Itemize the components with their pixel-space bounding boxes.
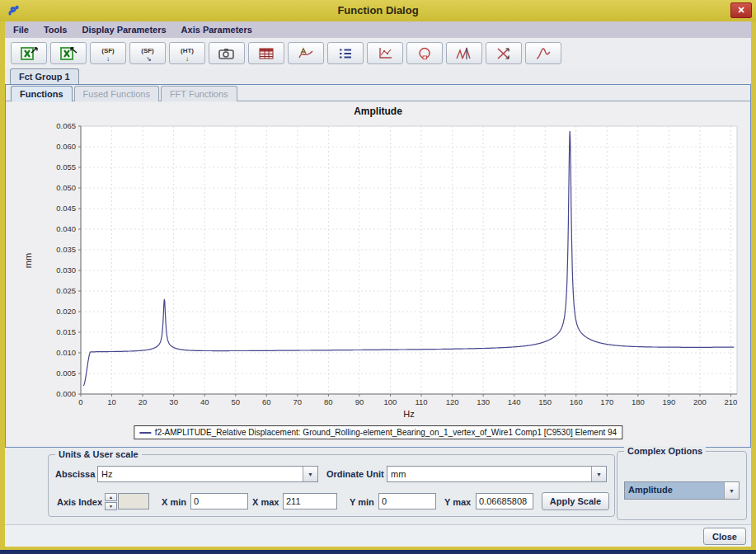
function-dialog-window: Function Dialog ✕ File Tools Display Par… <box>0 0 756 554</box>
sf-down-arrow-icon: ↓ <box>106 55 110 63</box>
x-tick-label: 60 <box>262 397 271 406</box>
x-tick-label: 150 <box>538 397 552 406</box>
x-tick-label: 20 <box>139 397 148 406</box>
peak-picking-icon <box>455 46 473 61</box>
data-table-button[interactable] <box>248 42 284 64</box>
x-tick-label: 100 <box>384 397 397 406</box>
y-max-field[interactable] <box>476 493 533 509</box>
y-tick-label: 0.055 <box>56 162 76 171</box>
legend: f2-AMPLITUDE_Relative Displacement: Grou… <box>134 425 622 439</box>
ht-down-button[interactable]: (HT)↓ <box>169 42 205 64</box>
close-window-button[interactable]: ✕ <box>730 2 752 18</box>
x-tick-label: 30 <box>169 397 178 406</box>
abscissa-unit-combo[interactable]: Hz ▼ <box>97 466 318 482</box>
menu-file[interactable]: File <box>13 25 29 35</box>
curve-list-icon <box>337 47 354 60</box>
apply-scale-button[interactable]: Apply Scale <box>542 492 609 510</box>
x-tick-label: 90 <box>355 397 364 406</box>
x-tick-label: 110 <box>415 397 427 406</box>
x-tick-label: 200 <box>693 397 707 406</box>
plot-area[interactable]: 0102030405060708090100110120130140150160… <box>7 102 749 447</box>
tab-functions[interactable]: Functions <box>11 86 73 101</box>
plot-settings-button[interactable] <box>367 42 403 64</box>
plot-background <box>81 126 737 394</box>
sf-forward-arrow-icon: ↘ <box>146 55 152 63</box>
dropdown-arrow-icon: ▼ <box>724 482 739 499</box>
y-tick-label: 0.005 <box>56 369 76 378</box>
legend-line-sample <box>139 432 151 434</box>
y-tick-label: 0.050 <box>56 183 76 192</box>
y-axis-label: mm <box>23 253 33 268</box>
axis-index-spinner: ▲ ▼ <box>105 493 117 510</box>
function-tabs: Functions Fused Functions FFT Functions <box>6 85 750 101</box>
x-tick-label: 160 <box>570 397 583 406</box>
y-tick-label: 0.060 <box>56 142 76 151</box>
export-excel-button[interactable] <box>11 42 47 64</box>
spinner-down-icon[interactable]: ▼ <box>105 502 117 510</box>
menu-tools[interactable]: Tools <box>44 25 68 35</box>
annotate-curve-button[interactable] <box>288 42 324 64</box>
y-tick-label: 0.035 <box>56 245 76 254</box>
swap-axes-icon <box>495 46 512 61</box>
bottom-panel: Units & User scale Abscissa Unit Hz ▼ Or… <box>5 448 751 524</box>
harmonic-cursor-icon <box>535 46 552 61</box>
tab-fct-group-1[interactable]: Fct Group 1 <box>10 68 79 84</box>
y-tick-label: 0.000 <box>56 389 76 398</box>
loop-selection-button[interactable] <box>406 42 443 64</box>
window-title: Function Dialog <box>0 4 756 16</box>
curve-list-button[interactable] <box>327 42 364 64</box>
x-tick-label: 70 <box>293 397 303 406</box>
x-tick-label: 140 <box>508 397 521 406</box>
ht-down-arrow-icon: ↓ <box>185 55 189 63</box>
swap-axes-button[interactable] <box>486 42 522 64</box>
menu-axis-parameters[interactable]: Axis Parameters <box>181 25 252 35</box>
x-max-field[interactable] <box>283 493 337 509</box>
menu-display-parameters[interactable]: Display Parameters <box>82 25 166 35</box>
harmonic-cursor-button[interactable] <box>525 42 561 64</box>
close-button[interactable]: Close <box>703 528 746 545</box>
import-excel-button[interactable] <box>50 42 87 64</box>
x-tick-label: 10 <box>107 397 116 406</box>
plot-settings-icon <box>377 46 393 61</box>
ordinate-unit-label: Ordinate Unit <box>326 469 384 479</box>
x-axis-label: Hz <box>81 409 737 419</box>
y-tick-label: 0.010 <box>56 348 76 357</box>
y-min-label: Y min <box>350 497 374 507</box>
peak-picking-button[interactable] <box>446 42 482 64</box>
x-tick-label: 80 <box>324 397 333 406</box>
units-group-title: Units & User scale <box>55 449 142 459</box>
complex-option-combo[interactable]: Amplitude ▼ <box>624 481 740 500</box>
dropdown-arrow-icon: ▼ <box>303 467 317 481</box>
y-max-label: Y max <box>444 497 471 507</box>
y-tick-label: 0.065 <box>56 121 76 130</box>
units-user-scale-group: Units & User scale Abscissa Unit Hz ▼ Or… <box>48 454 615 517</box>
snapshot-button[interactable] <box>209 42 245 64</box>
x-tick-label: 50 <box>231 397 240 406</box>
complex-option-value: Amplitude <box>625 482 724 499</box>
menu-bar: File Tools Display Parameters Axis Param… <box>5 21 751 38</box>
sf-down-label: (SF) <box>101 47 115 54</box>
y-tick-label: 0.030 <box>56 265 76 275</box>
ht-down-label: (HT) <box>181 47 194 54</box>
x-min-field[interactable] <box>190 493 248 509</box>
sf-forward-label: (SF) <box>141 47 154 54</box>
tab-fused-functions: Fused Functions <box>74 86 159 101</box>
x-min-label: X min <box>162 497 186 507</box>
x-tick-label: 0 <box>78 397 82 406</box>
spinner-up-icon[interactable]: ▲ <box>105 493 117 501</box>
footer-bar: Close <box>5 524 751 547</box>
y-tick-label: 0.025 <box>56 286 76 295</box>
y-min-field[interactable] <box>378 493 436 509</box>
x-tick-label: 180 <box>632 397 645 406</box>
chart-panel: Amplitude 010203040506070809010011012013… <box>7 102 749 447</box>
complex-options-title: Complex Options <box>624 446 706 456</box>
y-tick-label: 0.015 <box>56 327 76 336</box>
ordinate-unit-combo[interactable]: mm ▼ <box>387 466 607 482</box>
y-tick-label: 0.020 <box>56 307 76 316</box>
sf-forward-button[interactable]: (SF)↘ <box>129 42 166 64</box>
x-max-label: X max <box>252 497 279 507</box>
sf-down-button[interactable]: (SF)↓ <box>90 42 126 64</box>
axis-index-label: Axis Index <box>57 497 102 507</box>
x-tick-label: 170 <box>600 397 613 406</box>
titlebar: Function Dialog ✕ <box>0 0 756 21</box>
